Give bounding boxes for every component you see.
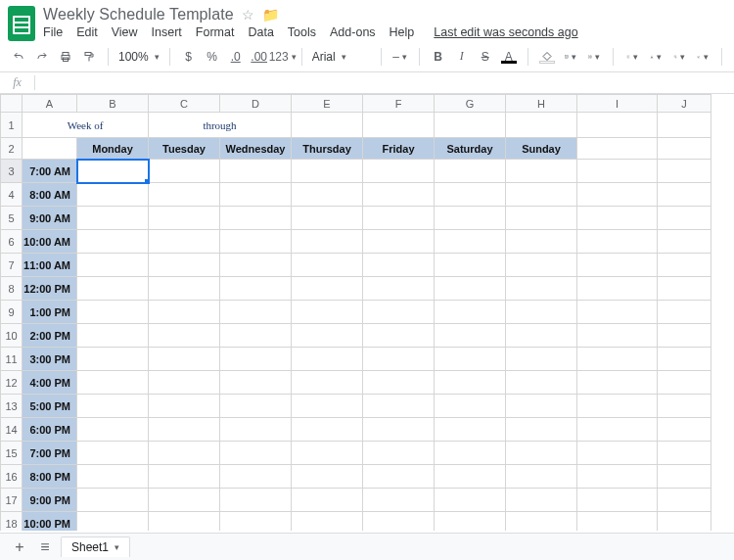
cell[interactable] bbox=[363, 395, 435, 418]
time-cell[interactable]: 4:00 PM bbox=[23, 371, 77, 395]
cell[interactable] bbox=[506, 442, 577, 465]
cell[interactable] bbox=[658, 160, 711, 183]
format-currency-button[interactable]: $ bbox=[180, 47, 198, 67]
cell[interactable] bbox=[292, 301, 363, 324]
menu-tools[interactable]: Tools bbox=[288, 25, 316, 39]
row-header-5[interactable]: 5 bbox=[1, 207, 23, 230]
cell[interactable] bbox=[149, 348, 220, 371]
cell[interactable] bbox=[506, 277, 577, 301]
cell[interactable] bbox=[658, 113, 711, 138]
cell[interactable] bbox=[149, 442, 220, 465]
day-header[interactable]: Saturday bbox=[435, 138, 506, 160]
sheet-tab[interactable]: Sheet1 ▾ bbox=[61, 537, 130, 557]
cell[interactable] bbox=[435, 418, 506, 442]
cell[interactable] bbox=[220, 371, 292, 395]
day-header[interactable]: Sunday bbox=[506, 138, 577, 160]
row-header-8[interactable]: 8 bbox=[1, 277, 23, 301]
cell[interactable] bbox=[220, 301, 292, 324]
paint-format-icon[interactable] bbox=[80, 47, 98, 67]
cell[interactable] bbox=[577, 254, 658, 277]
cell[interactable] bbox=[149, 371, 220, 395]
cell-week-of[interactable]: Week of bbox=[23, 113, 149, 138]
cell[interactable] bbox=[658, 489, 711, 512]
document-title[interactable]: Weekly Schedule Template bbox=[43, 6, 234, 23]
row-header-14[interactable]: 14 bbox=[1, 418, 23, 442]
bold-button[interactable]: B bbox=[430, 47, 447, 67]
cell[interactable] bbox=[658, 442, 711, 465]
cell[interactable] bbox=[77, 442, 149, 465]
cell[interactable] bbox=[149, 277, 220, 301]
time-cell[interactable]: 6:00 PM bbox=[23, 418, 77, 442]
cell[interactable] bbox=[220, 324, 292, 348]
font-size-select[interactable]: – bbox=[391, 47, 409, 67]
day-header[interactable]: Wednesday bbox=[220, 138, 292, 160]
cell[interactable] bbox=[577, 113, 658, 138]
cell[interactable] bbox=[435, 512, 506, 532]
cell[interactable] bbox=[506, 254, 577, 277]
cell[interactable] bbox=[363, 465, 435, 489]
time-cell[interactable]: 7:00 AM bbox=[23, 160, 77, 183]
cell[interactable] bbox=[77, 207, 149, 230]
increase-decimal-button[interactable]: .00 bbox=[251, 47, 268, 67]
cell[interactable] bbox=[658, 465, 711, 489]
row-header-11[interactable]: 11 bbox=[1, 348, 23, 371]
cell[interactable] bbox=[435, 465, 506, 489]
cell[interactable] bbox=[292, 324, 363, 348]
cell[interactable] bbox=[149, 183, 220, 207]
cell[interactable] bbox=[220, 160, 292, 183]
time-cell[interactable]: 8:00 PM bbox=[23, 465, 77, 489]
time-cell[interactable]: 9:00 PM bbox=[23, 489, 77, 512]
cell[interactable] bbox=[292, 418, 363, 442]
cell[interactable] bbox=[149, 324, 220, 348]
cell[interactable] bbox=[506, 160, 577, 183]
cell[interactable] bbox=[658, 207, 711, 230]
cell[interactable] bbox=[220, 418, 292, 442]
horizontal-align-button[interactable] bbox=[623, 47, 641, 67]
cell[interactable] bbox=[77, 230, 149, 254]
cell[interactable] bbox=[577, 138, 658, 160]
col-header-C[interactable]: C bbox=[149, 95, 220, 113]
cell[interactable] bbox=[363, 277, 435, 301]
cell[interactable] bbox=[658, 348, 711, 371]
cell[interactable] bbox=[435, 183, 506, 207]
cell[interactable] bbox=[577, 512, 658, 532]
redo-icon[interactable] bbox=[33, 47, 51, 67]
cell[interactable] bbox=[363, 230, 435, 254]
cell[interactable] bbox=[658, 301, 711, 324]
day-header[interactable]: Thursday bbox=[292, 138, 363, 160]
col-header-F[interactable]: F bbox=[363, 95, 435, 113]
cell[interactable] bbox=[77, 277, 149, 301]
cell[interactable] bbox=[506, 465, 577, 489]
cell[interactable] bbox=[292, 465, 363, 489]
row-header-7[interactable]: 7 bbox=[1, 254, 23, 277]
cell[interactable] bbox=[149, 254, 220, 277]
cell[interactable] bbox=[292, 254, 363, 277]
cell[interactable] bbox=[220, 512, 292, 532]
cell[interactable] bbox=[149, 207, 220, 230]
cell[interactable] bbox=[77, 183, 149, 207]
cell[interactable] bbox=[220, 230, 292, 254]
cell[interactable] bbox=[577, 489, 658, 512]
cell[interactable] bbox=[363, 301, 435, 324]
menu-file[interactable]: File bbox=[43, 25, 63, 39]
day-header[interactable]: Monday bbox=[77, 138, 149, 160]
cell[interactable] bbox=[292, 442, 363, 465]
cell[interactable] bbox=[77, 418, 149, 442]
col-header-J[interactable]: J bbox=[658, 95, 711, 113]
cell[interactable] bbox=[77, 465, 149, 489]
cell[interactable] bbox=[435, 371, 506, 395]
row-header-10[interactable]: 10 bbox=[1, 324, 23, 348]
italic-button[interactable]: I bbox=[453, 47, 471, 67]
cell[interactable] bbox=[435, 254, 506, 277]
cell[interactable] bbox=[506, 418, 577, 442]
cell[interactable] bbox=[435, 395, 506, 418]
cell[interactable] bbox=[435, 207, 506, 230]
cell[interactable] bbox=[77, 254, 149, 277]
cell[interactable] bbox=[577, 371, 658, 395]
cell[interactable] bbox=[658, 138, 711, 160]
cell[interactable] bbox=[363, 113, 435, 138]
select-all-corner[interactable] bbox=[1, 95, 23, 113]
time-cell[interactable]: 10:00 PM bbox=[23, 512, 77, 532]
cell[interactable] bbox=[77, 395, 149, 418]
cell[interactable] bbox=[77, 371, 149, 395]
